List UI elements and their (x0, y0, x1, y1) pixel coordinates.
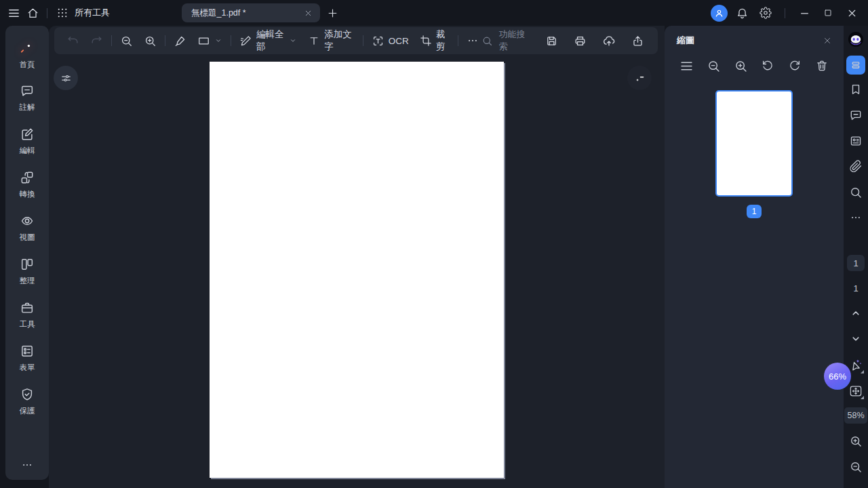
undo-button[interactable] (64, 30, 82, 51)
page-thumbnail[interactable] (715, 90, 793, 197)
rail-zoom-out-button[interactable] (849, 460, 863, 474)
sidebar-item-label: 轉換 (20, 189, 35, 199)
minimize-button[interactable] (795, 3, 814, 22)
notifications-button[interactable] (732, 3, 751, 22)
thumbnail-panel-toggle[interactable] (846, 56, 865, 75)
rotate-left-button[interactable] (760, 58, 776, 74)
undo-icon (66, 35, 79, 47)
add-text-label: 添加文字 (324, 28, 354, 53)
app-menu-button[interactable] (4, 3, 23, 22)
toolbar-more-button[interactable] (464, 30, 481, 51)
crop-button[interactable]: 裁剪 (417, 30, 453, 51)
rotate-right-button[interactable] (787, 58, 803, 74)
search-icon (849, 186, 863, 199)
user-avatar[interactable] (711, 5, 728, 22)
new-tab-button[interactable] (323, 3, 342, 22)
close-window-button[interactable] (842, 3, 861, 22)
shape-tool-button[interactable] (195, 30, 225, 51)
zoom-in-button[interactable] (141, 30, 159, 51)
redo-icon (90, 35, 103, 47)
attachments-button[interactable] (850, 160, 863, 173)
sidebar-item-convert[interactable]: 轉換 (5, 163, 49, 206)
ellipsis-icon (467, 35, 479, 47)
sidebar-item-view[interactable]: 視圖 (5, 206, 49, 249)
maximize-button[interactable] (818, 3, 837, 22)
tab-close-button[interactable] (302, 7, 314, 19)
organize-pages-icon (20, 257, 35, 272)
document-tab[interactable]: 無標題_1.pdf * (182, 3, 320, 22)
zoom-level-display[interactable]: 58% (844, 407, 867, 424)
delete-page-button[interactable] (814, 58, 830, 74)
sidebar-item-label: 整理 (20, 276, 35, 286)
next-page-button[interactable] (850, 333, 862, 345)
highlighter-icon (174, 35, 186, 47)
sidebar-item-organize[interactable]: 整理 (5, 249, 49, 293)
ocr-icon (372, 35, 384, 47)
thumbnail-zoom-out-button[interactable] (705, 58, 722, 74)
form-icon (20, 344, 35, 359)
bookmarks-button[interactable] (849, 83, 863, 96)
save-button[interactable] (542, 30, 561, 51)
ai-tools-button[interactable] (627, 66, 652, 90)
bookmark-icon (849, 83, 863, 96)
thumbnail-zoom-in-button[interactable] (732, 58, 749, 74)
ocr-button[interactable]: OCR (369, 30, 412, 51)
edit-all-button[interactable]: 編輯全部 (237, 30, 300, 51)
menu-icon (7, 7, 20, 20)
panel-close-button[interactable] (821, 35, 833, 47)
sidebar-item-edit[interactable]: 編輯 (5, 119, 49, 163)
ai-select-tool-button[interactable] (848, 358, 863, 373)
chevron-down-icon (214, 37, 222, 45)
sidebar-item-forms[interactable]: 表單 (5, 336, 49, 380)
sidebar-item-tools[interactable]: 工具 (5, 293, 49, 336)
home-icon (26, 7, 39, 20)
comments-button[interactable] (849, 108, 863, 122)
pan-tool-button[interactable] (848, 384, 863, 399)
plus-icon (327, 7, 338, 19)
previous-page-button[interactable] (850, 307, 862, 319)
search-document-button[interactable] (849, 186, 863, 199)
share-icon (631, 35, 644, 47)
sidebar-item-home[interactable]: 首頁 (5, 33, 49, 76)
main-toolbar: 編輯全部 添加文字 OCR 裁剪 功能搜索 (54, 27, 658, 54)
titlebar: 所有工具 無標題_1.pdf * (0, 0, 868, 26)
share-button[interactable] (629, 30, 647, 51)
edit-pen-icon (239, 35, 252, 47)
page-number-badge: 1 (747, 205, 762, 218)
sidebar-item-protect[interactable]: 保護 (5, 380, 49, 423)
settings-button[interactable] (756, 3, 775, 22)
pdf-page[interactable] (210, 62, 504, 478)
sidebar-item-annotate[interactable]: 註解 (5, 76, 49, 119)
close-window-icon (846, 7, 858, 19)
sidebar-more-button[interactable] (14, 454, 41, 476)
divider (363, 35, 363, 46)
trash-icon (815, 59, 829, 73)
home-button[interactable] (23, 3, 42, 22)
view-options-button[interactable] (54, 66, 78, 90)
sidebar-item-label: 首頁 (20, 60, 35, 70)
comment-icon (20, 83, 35, 98)
all-tools-button[interactable]: 所有工具 (52, 7, 114, 19)
print-button[interactable] (571, 30, 589, 51)
divider (458, 35, 458, 46)
zoom-out-button[interactable] (117, 30, 136, 51)
panel-title: 縮圖 (677, 35, 694, 47)
sidebar-item-label: 保護 (20, 406, 35, 416)
total-pages-label: 1 (853, 283, 858, 293)
redo-button[interactable] (87, 30, 106, 51)
fields-button[interactable] (849, 134, 863, 148)
add-text-button[interactable]: 添加文字 (305, 30, 357, 51)
thumbnail-menu-button[interactable] (678, 58, 694, 74)
current-page-input[interactable]: 1 (847, 255, 865, 271)
pan-tool-icon (848, 384, 863, 399)
ai-folder-icon (632, 70, 648, 86)
rail-zoom-in-button[interactable] (849, 434, 863, 448)
rail-more-button[interactable] (850, 211, 862, 224)
menu-icon (679, 59, 694, 73)
feature-search[interactable]: 功能搜索 (481, 28, 528, 53)
cloud-upload-button[interactable] (599, 30, 618, 51)
highlighter-button[interactable] (171, 30, 189, 51)
print-icon (574, 35, 587, 47)
ai-assistant-button[interactable] (847, 30, 865, 48)
divider (785, 8, 785, 18)
